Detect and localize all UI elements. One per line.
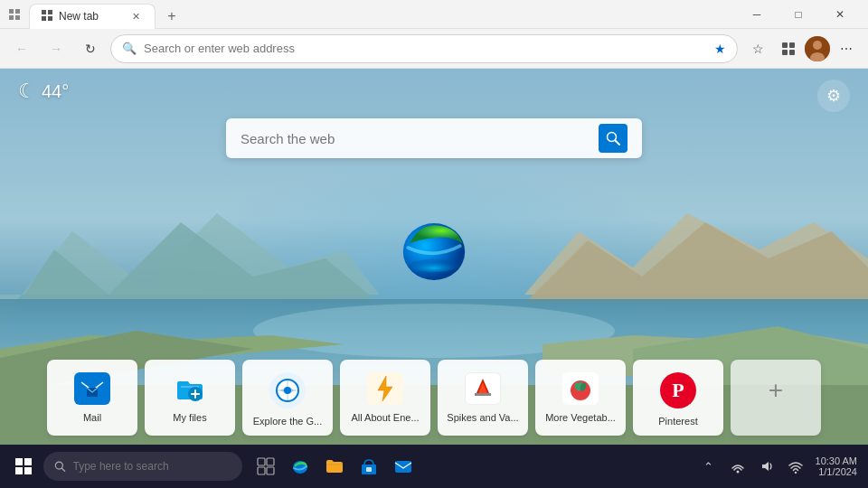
svg-point-59 bbox=[794, 472, 796, 474]
network-icon[interactable] bbox=[725, 454, 750, 479]
svg-line-49 bbox=[62, 468, 65, 471]
edge-taskbar-button[interactable] bbox=[284, 450, 316, 483]
search-button[interactable] bbox=[599, 124, 627, 153]
svg-rect-0 bbox=[9, 9, 14, 14]
window-icon bbox=[7, 7, 22, 22]
taskbar-icons bbox=[250, 450, 420, 483]
favorites-button[interactable]: ☆ bbox=[743, 34, 772, 63]
quick-link-add[interactable]: + bbox=[731, 360, 821, 436]
sound-icon[interactable] bbox=[754, 454, 779, 479]
svg-rect-3 bbox=[15, 15, 20, 20]
edge-logo bbox=[393, 207, 475, 288]
tab-favicon bbox=[41, 9, 53, 24]
tray-chevron[interactable]: ⌃ bbox=[696, 454, 722, 479]
weather-temp: 44° bbox=[42, 81, 69, 102]
search-box[interactable] bbox=[226, 118, 642, 158]
quick-link-myfiles[interactable]: My files bbox=[145, 360, 235, 436]
myfiles-label: My files bbox=[152, 412, 228, 423]
quick-link-spikes[interactable]: Spikes and Va... bbox=[438, 360, 528, 436]
maximize-button[interactable]: □ bbox=[778, 0, 819, 29]
search-input[interactable] bbox=[241, 131, 590, 146]
pinterest-label: Pinterest bbox=[640, 416, 716, 427]
spikes-icon bbox=[465, 372, 501, 405]
energy-label: All About Ene... bbox=[347, 412, 423, 423]
explorer-taskbar-button[interactable] bbox=[318, 450, 351, 483]
quick-links: Mail My files bbox=[47, 360, 821, 436]
new-tab-button[interactable]: + bbox=[159, 4, 184, 29]
svg-rect-11 bbox=[789, 50, 795, 55]
spikes-label: Spikes and Va... bbox=[445, 412, 521, 423]
window-controls: ─ □ ✕ bbox=[736, 0, 861, 29]
tab-close-button[interactable]: ✕ bbox=[128, 9, 144, 24]
clock-time: 10:30 AM bbox=[816, 455, 857, 466]
vegetable-icon bbox=[562, 372, 599, 405]
svg-rect-7 bbox=[48, 16, 52, 21]
quick-link-vegetable[interactable]: More Vegetab... bbox=[535, 360, 626, 436]
svg-point-31 bbox=[410, 259, 458, 272]
wifi-icon[interactable] bbox=[783, 454, 808, 479]
taskbar-search[interactable] bbox=[43, 452, 242, 481]
svg-line-29 bbox=[616, 141, 620, 145]
mail-taskbar-button[interactable] bbox=[387, 450, 420, 483]
quick-link-pinterest[interactable]: P Pinterest bbox=[633, 360, 723, 436]
quick-link-mail[interactable]: Mail bbox=[47, 360, 137, 436]
vegetable-label: More Vegetab... bbox=[542, 412, 618, 423]
address-input[interactable] bbox=[144, 42, 707, 55]
pinterest-icon: P bbox=[660, 372, 696, 408]
active-tab[interactable]: New tab ✕ bbox=[29, 4, 156, 29]
svg-rect-46 bbox=[15, 467, 23, 474]
system-clock[interactable]: 10:30 AM 1/1/2024 bbox=[812, 455, 861, 477]
svg-rect-50 bbox=[258, 458, 265, 465]
add-icon: + bbox=[758, 372, 794, 408]
navbar-actions: ☆ ⋯ bbox=[743, 34, 861, 63]
profile-avatar[interactable] bbox=[805, 36, 830, 61]
quick-link-explore[interactable]: Explore the G... bbox=[242, 360, 333, 436]
close-button[interactable]: ✕ bbox=[819, 0, 861, 29]
svg-rect-44 bbox=[15, 458, 23, 465]
svg-rect-45 bbox=[24, 458, 32, 465]
svg-rect-56 bbox=[366, 467, 372, 472]
store-taskbar-button[interactable] bbox=[353, 450, 385, 483]
taskview-button[interactable] bbox=[250, 450, 282, 483]
svg-rect-9 bbox=[789, 42, 795, 48]
svg-rect-52 bbox=[258, 467, 265, 474]
taskbar-system-tray: ⌃ 10:30 AM 1/1/2024 bbox=[696, 454, 861, 479]
refresh-button[interactable]: ↻ bbox=[76, 34, 105, 63]
mail-icon bbox=[74, 372, 110, 405]
settings-button[interactable]: ⚙ bbox=[817, 80, 850, 112]
start-button[interactable] bbox=[7, 450, 40, 483]
back-button[interactable]: ← bbox=[7, 34, 36, 63]
navbar: ← → ↻ 🔍 ★ ☆ ⋯ bbox=[0, 29, 868, 69]
svg-rect-2 bbox=[9, 15, 14, 20]
svg-rect-47 bbox=[24, 467, 32, 474]
svg-rect-57 bbox=[395, 461, 411, 473]
mail-label: Mail bbox=[54, 412, 130, 423]
window-icon-area bbox=[7, 7, 22, 22]
energy-icon bbox=[367, 372, 403, 405]
svg-rect-40 bbox=[475, 393, 491, 396]
weather-widget: ☾ 44° bbox=[18, 80, 69, 103]
taskbar: ⌃ 10:30 AM 1/1/2024 bbox=[0, 445, 868, 488]
explore-label: Explore the G... bbox=[250, 416, 326, 427]
taskbar-search-input[interactable] bbox=[73, 460, 231, 473]
svg-rect-53 bbox=[267, 467, 274, 474]
address-bar[interactable]: 🔍 ★ bbox=[110, 34, 738, 63]
more-button[interactable]: ⋯ bbox=[832, 34, 861, 63]
svg-rect-4 bbox=[42, 10, 46, 14]
collections-button[interactable] bbox=[774, 34, 803, 63]
weather-icon: ☾ bbox=[18, 80, 36, 103]
svg-point-58 bbox=[736, 471, 739, 474]
forward-button[interactable]: → bbox=[42, 34, 71, 63]
favorite-icon[interactable]: ★ bbox=[714, 42, 726, 56]
explore-icon bbox=[269, 372, 306, 408]
svg-rect-6 bbox=[42, 16, 46, 21]
minimize-button[interactable]: ─ bbox=[736, 0, 778, 29]
svg-rect-5 bbox=[48, 10, 52, 14]
clock-date: 1/1/2024 bbox=[818, 466, 857, 477]
svg-point-13 bbox=[813, 41, 822, 50]
svg-rect-8 bbox=[782, 42, 788, 48]
svg-rect-51 bbox=[267, 458, 274, 465]
quick-link-energy[interactable]: All About Ene... bbox=[340, 360, 430, 436]
search-icon: 🔍 bbox=[122, 42, 137, 55]
tab-title: New tab bbox=[59, 10, 123, 23]
